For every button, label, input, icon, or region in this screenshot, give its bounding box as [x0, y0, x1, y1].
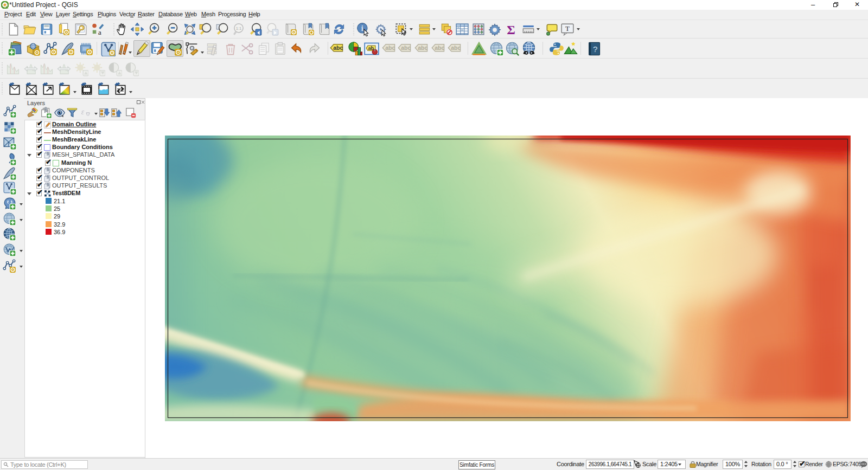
svg-text:abc: abc: [401, 44, 411, 51]
svg-text:1:1: 1:1: [236, 26, 242, 31]
svg-text:abc: abc: [418, 44, 427, 51]
svg-text:abc: abc: [451, 44, 461, 51]
svg-text:T: T: [565, 24, 570, 33]
svg-text:i: i: [361, 24, 363, 33]
svg-text:ε: ε: [81, 108, 85, 116]
svg-text:Σ: Σ: [507, 23, 515, 36]
svg-text:abc: abc: [385, 44, 395, 51]
svg-text:abc: abc: [333, 44, 343, 51]
svg-text:abc: abc: [435, 44, 444, 51]
svg-text:a: a: [98, 28, 101, 36]
svg-text:?: ?: [593, 44, 597, 54]
